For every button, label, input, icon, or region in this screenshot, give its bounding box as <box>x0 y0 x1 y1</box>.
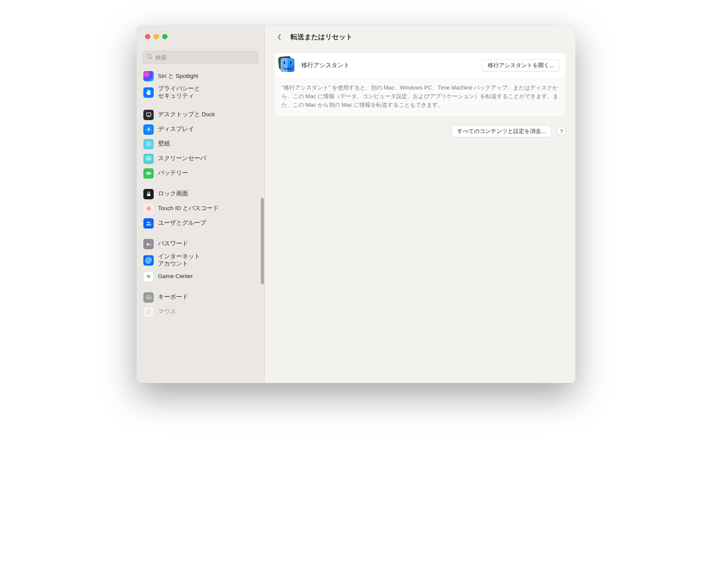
sidebar-item-touchid[interactable]: Touch ID とパスコード <box>141 201 260 216</box>
svg-line-9 <box>150 127 150 128</box>
sidebar-item-battery[interactable]: バッテリー <box>141 166 260 181</box>
display-icon <box>143 124 154 135</box>
svg-rect-36 <box>148 310 150 314</box>
search-field[interactable] <box>142 51 258 64</box>
battery-icon <box>143 168 154 179</box>
lock-icon <box>143 189 154 199</box>
sidebar-item-label: Touch ID とパスコード <box>158 205 219 212</box>
wallpaper-icon <box>143 139 154 149</box>
sidebar-scrollbar[interactable] <box>261 198 264 284</box>
sidebar-item-privacy-security[interactable]: プライバシーと セキュリティ <box>141 84 260 102</box>
svg-point-28 <box>148 276 150 279</box>
svg-rect-0 <box>146 113 151 116</box>
sidebar-item-label: Siri と Spotlight <box>158 73 198 80</box>
sidebar-item-internet-accounts[interactable]: @ インターネット アカウント <box>141 251 260 269</box>
sidebar-item-label: キーボード <box>158 294 188 301</box>
window-controls <box>136 26 264 47</box>
svg-point-2 <box>148 128 150 130</box>
sidebar-item-screensaver[interactable]: スクリーンセーバ <box>141 152 260 166</box>
sidebar-item-passwords[interactable]: パスワード <box>141 237 260 251</box>
sidebar-item-label: プライバシーと セキュリティ <box>158 85 200 100</box>
hand-icon <box>143 87 154 98</box>
svg-line-7 <box>147 127 147 128</box>
zoom-window-button[interactable] <box>162 34 167 39</box>
sidebar-item-label: デスクトップと Dock <box>158 111 215 118</box>
sidebar-item-displays[interactable]: ディスプレイ <box>141 122 260 137</box>
sidebar-item-label: ユーザとグループ <box>158 220 206 227</box>
svg-point-23 <box>146 244 149 246</box>
svg-line-8 <box>150 131 150 131</box>
svg-rect-25 <box>150 244 151 245</box>
back-button[interactable] <box>274 31 285 43</box>
svg-line-10 <box>147 131 147 131</box>
search-input[interactable] <box>155 54 254 61</box>
svg-point-14 <box>148 145 149 145</box>
svg-rect-20 <box>147 194 150 196</box>
sidebar-item-label: インターネット アカウント <box>158 253 200 268</box>
migration-description: "移行アシスタント" を使用すると、別の Mac、Windows PC、Time… <box>275 78 566 116</box>
svg-point-15 <box>147 144 148 145</box>
sidebar-item-lock-screen[interactable]: ロック画面 <box>141 187 260 201</box>
sidebar-item-label: ディスプレイ <box>158 126 194 133</box>
migration-title: 移行アシスタント <box>301 62 477 69</box>
sidebar-item-game-center[interactable]: Game Center <box>141 269 260 284</box>
svg-rect-18 <box>150 173 151 174</box>
svg-point-21 <box>147 222 149 223</box>
help-button[interactable]: ? <box>557 127 566 136</box>
sidebar-item-label: 壁紙 <box>158 140 170 148</box>
siri-icon <box>143 71 154 81</box>
keyboard-icon <box>143 292 154 303</box>
sidebar-item-mouse[interactable]: マウス <box>141 305 260 319</box>
svg-rect-19 <box>147 173 149 174</box>
svg-rect-29 <box>146 296 151 298</box>
settings-window: Siri と Spotlight プライバシーと セキュリティ デスクトップと … <box>136 26 576 383</box>
sidebar-item-wallpaper[interactable]: 壁紙 <box>141 137 260 152</box>
migration-assistant-icon <box>281 58 296 73</box>
sidebar-item-desktop-dock[interactable]: デスクトップと Dock <box>141 108 260 122</box>
svg-rect-16 <box>146 157 151 160</box>
header: 転送またはリセット <box>265 26 576 48</box>
sidebar-item-label: バッテリー <box>158 170 188 177</box>
migration-card: 移行アシスタント 移行アシスタントを開く... "移行アシスタント" を使用する… <box>274 53 566 117</box>
gamecenter-icon <box>143 272 154 282</box>
sidebar-item-siri-spotlight[interactable]: Siri と Spotlight <box>141 69 260 84</box>
svg-rect-1 <box>147 117 150 117</box>
sidebar: Siri と Spotlight プライバシーと セキュリティ デスクトップと … <box>136 26 265 383</box>
close-window-button[interactable] <box>145 34 150 39</box>
svg-point-22 <box>149 222 150 223</box>
sidebar-item-label: Game Center <box>158 273 193 280</box>
sidebar-nav: Siri と Spotlight プライバシーと セキュリティ デスクトップと … <box>136 69 264 383</box>
sidebar-item-label: パスワード <box>158 240 188 248</box>
at-icon: @ <box>143 255 154 266</box>
touchid-icon <box>143 204 154 214</box>
search-icon <box>146 53 153 62</box>
key-icon <box>143 239 154 249</box>
minimize-window-button[interactable] <box>154 34 159 39</box>
page-title: 転送またはリセット <box>291 33 353 42</box>
sidebar-item-keyboard[interactable]: キーボード <box>141 290 260 305</box>
open-migration-assistant-button[interactable]: 移行アシスタントを開く... <box>482 59 560 71</box>
sidebar-item-label: スクリーンセーバ <box>158 155 206 162</box>
mouse-icon <box>143 307 154 317</box>
sidebar-item-users-groups[interactable]: ユーザとグループ <box>141 216 260 231</box>
dock-icon <box>143 110 154 120</box>
main-pane: 転送またはリセット 移行アシスタント 移行アシスタントを <box>265 26 576 383</box>
svg-point-12 <box>148 142 149 143</box>
erase-all-content-button[interactable]: すべてのコンテンツと設定を消去... <box>452 125 551 137</box>
screensaver-icon <box>143 154 154 164</box>
sidebar-item-label: マウス <box>158 308 176 316</box>
users-icon <box>143 218 154 229</box>
sidebar-item-label: ロック画面 <box>158 190 188 198</box>
svg-point-13 <box>149 144 150 145</box>
